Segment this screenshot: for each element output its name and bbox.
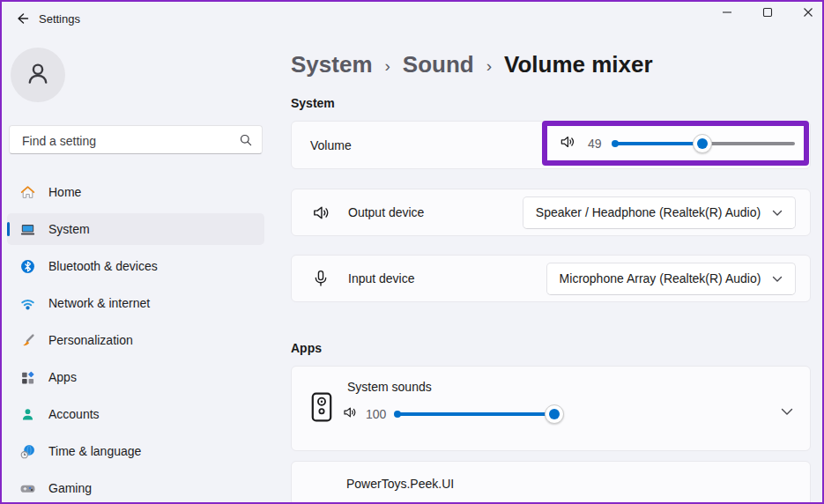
time-language-icon [20, 444, 35, 459]
close-button[interactable] [798, 4, 818, 25]
section-title-system: System [291, 96, 811, 110]
output-device-label: Output device [348, 205, 523, 219]
titlebar: Settings [2, 2, 822, 37]
expand-chevron-icon[interactable] [781, 404, 793, 419]
input-device-dropdown[interactable]: Microphone Array (Realtek(R) Audio) [546, 263, 796, 295]
person-icon [23, 58, 53, 92]
search-box [9, 125, 263, 154]
section-title-apps: Apps [291, 341, 811, 355]
back-button[interactable] [11, 10, 33, 31]
sidebar-item-label: Time & language [48, 444, 141, 458]
app-title: PowerToys.Peek.UI [346, 477, 454, 491]
page-title: Volume mixer [504, 51, 653, 78]
maximize-icon [761, 6, 774, 22]
window-title: Settings [39, 12, 80, 26]
sidebar-item-label: Apps [48, 370, 77, 384]
accounts-icon [20, 407, 35, 422]
system-sounds-title: System sounds [347, 380, 554, 394]
slider-fill [613, 142, 702, 145]
output-device-row: Output device Speaker / Headphone (Realt… [291, 189, 811, 236]
sidebar-item-home[interactable]: Home [7, 176, 264, 208]
sidebar-item-bluetooth-devices[interactable]: Bluetooth & devices [7, 250, 264, 282]
selected-indicator [7, 222, 10, 236]
sidebar-item-label: Bluetooth & devices [48, 259, 158, 273]
sidebar-item-gaming[interactable]: Gaming [7, 472, 264, 504]
system-icon [20, 222, 35, 237]
window-controls [717, 4, 818, 25]
output-device-value: Speaker / Headphone (Realtek(R) Audio) [536, 205, 761, 219]
slider-thumb[interactable] [693, 134, 712, 153]
slider-fill [396, 412, 554, 416]
system-sounds-main: System sounds 100 [347, 367, 554, 424]
sidebar-item-label: Home [48, 185, 81, 199]
sidebar-item-system[interactable]: System [7, 213, 264, 245]
system-sounds-value: 100 [366, 407, 386, 421]
wifi-icon [20, 296, 35, 311]
volume-value: 49 [588, 137, 602, 151]
sidebar-item-time-language[interactable]: Time & language [7, 435, 264, 467]
breadcrumb-separator: › [385, 56, 390, 76]
chevron-down-icon [772, 271, 783, 285]
volume-label: Volume [310, 138, 352, 152]
breadcrumb: System › Sound › Volume mixer [291, 51, 811, 78]
volume-highlight-box: 49 [542, 121, 809, 166]
chevron-down-icon [772, 205, 783, 219]
system-sounds-row: System sounds 100 [291, 366, 811, 451]
volume-slider[interactable] [613, 134, 795, 153]
breadcrumb-system[interactable]: System [291, 51, 373, 78]
app-row-powertoys: PowerToys.Peek.UI [291, 461, 811, 502]
apps-icon [20, 370, 35, 385]
speaker-icon [342, 404, 358, 424]
close-icon [802, 6, 814, 22]
volume-row: Volume 49 [291, 121, 811, 169]
avatar[interactable] [11, 48, 65, 102]
sidebar-item-label: System [48, 222, 90, 236]
speaker-box-icon [311, 392, 332, 426]
input-device-value: Microphone Array (Realtek(R) Audio) [560, 271, 761, 285]
microphone-icon [310, 269, 331, 288]
system-sounds-slider-row: 100 [342, 404, 554, 424]
paintbrush-icon [20, 333, 35, 348]
sidebar-item-label: Personalization [48, 333, 133, 347]
sidebar-item-apps[interactable]: Apps [7, 361, 264, 393]
sidebar-item-label: Gaming [48, 481, 92, 495]
speaker-icon [559, 133, 576, 153]
speaker-icon [310, 203, 331, 223]
output-device-dropdown[interactable]: Speaker / Headphone (Realtek(R) Audio) [523, 196, 796, 229]
breadcrumb-sound[interactable]: Sound [403, 51, 474, 78]
home-icon [20, 185, 35, 200]
sidebar-item-network-internet[interactable]: Network & internet [7, 287, 264, 319]
search-icon [239, 133, 253, 151]
maximize-button[interactable] [758, 4, 777, 25]
search-input[interactable] [20, 126, 226, 155]
minimize-icon [721, 6, 733, 22]
gamepad-icon [20, 481, 35, 496]
sidebar-item-label: Network & internet [48, 296, 150, 310]
bluetooth-icon [20, 259, 35, 274]
back-arrow-icon [14, 11, 30, 30]
minimize-button[interactable] [717, 4, 737, 25]
input-device-row: Input device Microphone Array (Realtek(R… [291, 255, 811, 302]
sidebar-item-personalization[interactable]: Personalization [7, 324, 264, 356]
system-sounds-slider[interactable] [396, 404, 554, 424]
breadcrumb-separator: › [486, 56, 492, 76]
slider-thumb[interactable] [545, 404, 564, 424]
sidebar-item-label: Accounts [48, 407, 100, 421]
sidebar-item-accounts[interactable]: Accounts [7, 398, 264, 430]
sidebar-nav: Home System Bluetooth & devices Net [7, 176, 264, 504]
sidebar: Home System Bluetooth & devices Net [7, 37, 271, 502]
settings-window: Settings [0, 0, 824, 504]
input-device-label: Input device [348, 271, 546, 285]
main-content: System › Sound › Volume mixer System Vol… [291, 37, 811, 502]
